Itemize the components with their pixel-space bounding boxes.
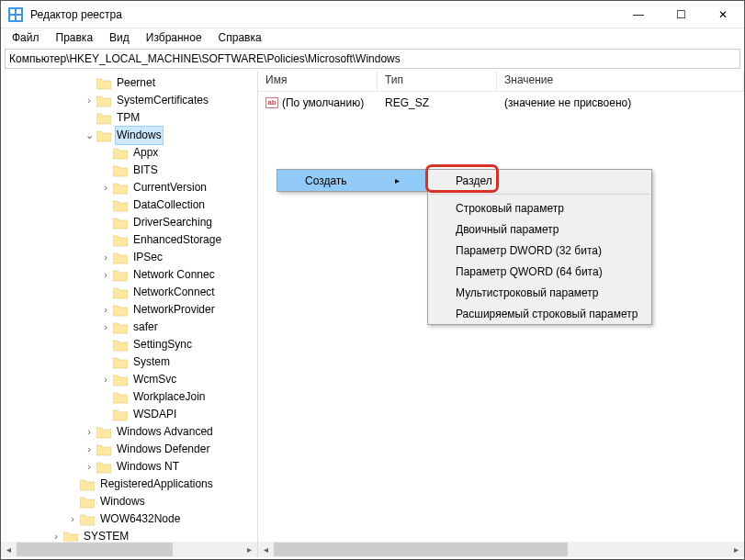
expand-icon[interactable]: › [84,423,95,441]
tree-item[interactable]: WcmSvc [131,371,178,388]
tree-item[interactable]: safer [131,319,160,336]
tree-item[interactable]: DataCollection [131,196,207,214]
tree-item[interactable]: RegisteredApplications [98,476,215,493]
separator [430,194,649,195]
chevron-right-icon: ▸ [377,175,400,185]
tree-item[interactable]: WSDAPI [131,406,178,423]
menu-help[interactable]: Справка [211,29,269,46]
tree-pane[interactable]: Peernet ›SystemCertificates TPM ⌄Windows… [1,71,258,557]
tree-item[interactable]: SettingSync [131,336,194,353]
tree-item[interactable]: SystemCertificates [115,92,210,109]
titlebar: Редактор реестра — ☐ ✕ [1,1,744,28]
col-name[interactable]: Имя [258,71,378,91]
tree-item[interactable]: Network Connec [131,266,217,284]
address-bar[interactable]: Компьютер\HKEY_LOCAL_MACHINE\SOFTWARE\Po… [5,49,740,69]
expand-icon[interactable]: › [100,266,111,284]
scroll-right-icon[interactable]: ▸ [728,542,744,557]
expand-icon[interactable]: › [100,249,111,266]
string-value-icon: ab [265,97,278,108]
tree-item[interactable]: Peernet [115,74,157,92]
tree-item[interactable]: Appx [131,144,160,162]
value-data: (значение не присвоено) [497,96,744,109]
ctx-dword[interactable]: Параметр DWORD (32 бита) [428,240,651,261]
expand-icon[interactable]: › [100,319,111,336]
window-title: Редактор реестра [30,8,617,21]
svg-rect-1 [10,9,15,14]
tree-item[interactable]: Windows Advanced [115,423,215,441]
context-menu: Создать▸ Раздел Строковый параметр Двоич… [277,169,428,192]
tree-item[interactable]: Windows Defender [115,441,211,458]
context-submenu: Раздел Строковый параметр Двоичный парам… [427,169,652,325]
ctx-multistring[interactable]: Мультистроковый параметр [428,282,651,303]
ctx-string[interactable]: Строковый параметр [428,197,651,218]
scroll-right-icon[interactable]: ▸ [242,542,257,557]
col-type[interactable]: Тип [378,71,497,91]
menu-file[interactable]: Файл [5,29,47,46]
svg-rect-2 [17,9,21,14]
maximize-button[interactable]: ☐ [660,1,702,28]
close-button[interactable]: ✕ [702,1,744,28]
list-header: Имя Тип Значение [258,71,744,92]
svg-rect-3 [10,16,15,20]
tree-item[interactable]: System [131,353,172,371]
expand-icon[interactable]: › [84,441,95,458]
minimize-button[interactable]: — [617,1,660,28]
col-value[interactable]: Значение [497,71,744,91]
expand-icon[interactable]: › [84,458,95,476]
menu-edit[interactable]: Правка [49,29,101,46]
tree-item[interactable]: NetworkProvider [131,301,217,319]
tree-item[interactable]: IPSec [131,249,164,266]
values-pane[interactable]: Имя Тип Значение ab(По умолчанию) REG_SZ… [258,71,744,557]
menu-view[interactable]: Вид [102,29,137,46]
tree-item[interactable]: BITS [131,162,160,179]
expand-icon[interactable]: › [84,92,95,109]
app-icon [8,7,23,22]
tree-item[interactable]: EnhancedStorage [131,231,223,249]
scroll-left-icon[interactable]: ◂ [1,542,17,557]
tree-scrollbar[interactable]: ◂ ▸ [1,542,257,557]
list-scrollbar[interactable]: ◂ ▸ [258,542,744,557]
menubar: Файл Правка Вид Избранное Справка [1,28,744,47]
ctx-binary[interactable]: Двоичный параметр [428,218,651,240]
tree-item[interactable]: Windows [98,493,147,510]
expand-icon[interactable]: › [67,510,78,528]
tree-item[interactable]: NetworkConnect [131,284,217,301]
value-type: REG_SZ [378,96,497,109]
collapse-icon[interactable]: ⌄ [84,127,95,144]
tree-item[interactable]: DriverSearching [131,214,214,231]
expand-icon[interactable]: › [100,371,111,388]
ctx-qword[interactable]: Параметр QWORD (64 бита) [428,261,651,282]
tree-item[interactable]: CurrentVersion [131,179,209,196]
expand-icon[interactable]: › [100,179,111,196]
list-row[interactable]: ab(По умолчанию) REG_SZ (значение не при… [258,94,744,111]
tree-item[interactable]: WorkplaceJoin [131,388,207,406]
ctx-expandstring[interactable]: Расширяемый строковый параметр [428,303,651,324]
value-name: (По умолчанию) [282,96,364,109]
ctx-create[interactable]: Создать▸ [277,170,427,191]
tree-item[interactable]: Windows NT [115,458,181,476]
menu-favorites[interactable]: Избранное [139,29,209,46]
ctx-section[interactable]: Раздел [428,170,651,191]
tree-item[interactable]: TPM [115,109,141,127]
expand-icon[interactable]: › [100,301,111,319]
tree-item-selected[interactable]: Windows [115,126,164,145]
svg-rect-4 [17,16,21,20]
tree-item[interactable]: WOW6432Node [98,510,182,528]
scroll-left-icon[interactable]: ◂ [258,542,274,557]
